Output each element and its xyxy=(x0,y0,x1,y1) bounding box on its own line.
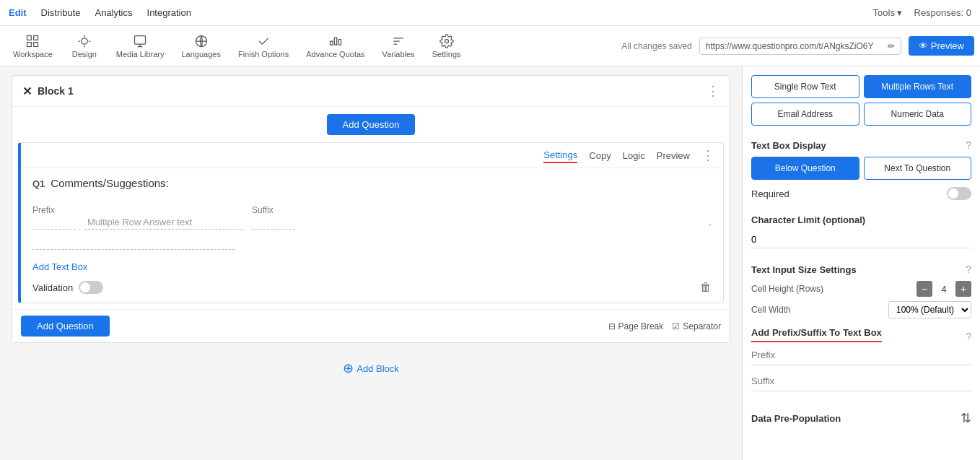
answer-container xyxy=(84,215,243,230)
cell-width-row: Cell Width 100% (Default) xyxy=(751,301,971,318)
add-question-top-bar: Add Question xyxy=(12,107,730,142)
toolbar: Workspace Design Media Library Languages xyxy=(0,26,980,66)
suffix-input[interactable] xyxy=(252,215,295,230)
page-break-icon: ⊟ xyxy=(608,321,616,331)
text-box-display-help[interactable]: ? xyxy=(966,139,971,151)
prefix-panel-input[interactable] xyxy=(751,345,971,365)
add-block-icon: ⊕ xyxy=(343,360,354,376)
add-question-bottom-button[interactable]: Add Question xyxy=(21,316,110,337)
toggle-knob xyxy=(80,282,90,292)
prefix-input[interactable] xyxy=(32,215,76,230)
languages-icon xyxy=(194,34,209,48)
delete-question-icon[interactable]: 🗑 xyxy=(700,281,712,294)
saved-status: All changes saved xyxy=(621,41,691,51)
svg-point-4 xyxy=(82,38,87,43)
cell-height-label: Cell Height (Rows) xyxy=(751,284,823,294)
tools-menu[interactable]: Tools ▾ xyxy=(873,7,903,18)
url-box[interactable]: https://www.questionpro.com/t/ANgksZiO6Y… xyxy=(699,38,901,55)
toolbar-languages[interactable]: Languages xyxy=(174,31,227,61)
toolbar-design[interactable]: Design xyxy=(63,31,106,61)
text-input-size-help[interactable]: ? xyxy=(966,264,971,275)
page-break-label: Page Break xyxy=(618,321,664,331)
toolbar-workspace[interactable]: Workspace xyxy=(6,31,60,61)
cell-width-label: Cell Width xyxy=(751,305,791,315)
data-prepopulation-section: Data Pre-Population ⇅ xyxy=(751,406,971,430)
suffix-panel-input[interactable] xyxy=(751,371,971,391)
answer-input[interactable] xyxy=(84,215,243,230)
content-area: ✕ Block 1 ⋮ Add Question Settings Copy L… xyxy=(0,66,742,460)
block-header-left: ✕ Block 1 xyxy=(22,84,74,98)
toolbar-media-library[interactable]: Media Library xyxy=(109,31,172,61)
media-library-icon xyxy=(133,34,147,48)
required-toggle[interactable] xyxy=(947,187,971,200)
validation-toggle[interactable] xyxy=(79,281,103,294)
toolbar-settings[interactable]: Settings xyxy=(425,31,468,61)
data-prepop-expand-icon[interactable]: ⇅ xyxy=(961,410,971,426)
svg-rect-3 xyxy=(34,42,38,46)
cell-height-increment[interactable]: + xyxy=(955,281,971,297)
text-type-numeric[interactable]: Numeric Data xyxy=(864,103,972,126)
svg-rect-0 xyxy=(27,35,32,40)
block-dots-menu[interactable]: ⋮ xyxy=(706,83,719,99)
question-dots-menu[interactable]: ⋮ xyxy=(701,147,714,163)
nav-edit[interactable]: Edit xyxy=(9,7,27,18)
suffix-container: Suffix xyxy=(252,205,295,230)
cell-height-stepper: − 4 + xyxy=(916,281,971,297)
toolbar-finish-options[interactable]: Finish Options xyxy=(231,31,296,61)
cell-height-decrement[interactable]: − xyxy=(916,281,932,297)
required-row: Required xyxy=(751,187,971,200)
question-tabs: Settings Copy Logic Preview ⋮ xyxy=(21,143,723,168)
tab-preview[interactable]: Preview xyxy=(657,149,690,162)
display-below-question[interactable]: Below Question xyxy=(751,157,859,180)
suffix-label: Suffix xyxy=(252,205,295,215)
page-break-button[interactable]: ⊟ Page Break xyxy=(608,321,664,331)
bottom-bar: Add Question ⊟ Page Break ☑ Separator xyxy=(12,309,730,342)
finish-options-icon xyxy=(256,34,271,48)
separator-icon: ☑ xyxy=(672,321,680,331)
nav-integration[interactable]: Integration xyxy=(147,7,191,18)
data-prepop-title: Data Pre-Population xyxy=(751,413,841,424)
top-nav-right: Tools ▾ Responses: 0 xyxy=(873,7,971,18)
variables-icon xyxy=(391,34,406,48)
text-type-grid: Single Row Text Multiple Rows Text Email… xyxy=(751,75,971,126)
svg-rect-2 xyxy=(27,42,32,46)
languages-label: Languages xyxy=(181,50,220,58)
design-icon xyxy=(77,34,92,48)
prefix-suffix-header: Add Prefix/Suffix To Text Box ? xyxy=(751,327,971,345)
toolbar-advance-quotas[interactable]: Advance Quotas xyxy=(299,31,372,61)
toolbar-variables[interactable]: Variables xyxy=(375,31,422,61)
text-type-single-row[interactable]: Single Row Text xyxy=(751,75,859,98)
block-title: Block 1 xyxy=(38,85,74,97)
nav-distribute[interactable]: Distribute xyxy=(41,7,81,18)
prefix-container: Prefix xyxy=(32,205,76,230)
nav-analytics[interactable]: Analytics xyxy=(95,7,132,18)
collapse-icon[interactable]: ✕ xyxy=(22,84,32,98)
question-container: Settings Copy Logic Preview ⋮ Q1 Comment… xyxy=(18,142,724,303)
separator-button[interactable]: ☑ Separator xyxy=(672,321,721,331)
cell-width-select[interactable]: 100% (Default) xyxy=(888,301,971,318)
tab-copy[interactable]: Copy xyxy=(589,149,611,162)
edit-url-icon[interactable]: ✏ xyxy=(888,41,895,51)
svg-point-7 xyxy=(445,39,448,43)
char-limit-input[interactable] xyxy=(751,231,971,248)
add-question-top-button[interactable]: Add Question xyxy=(327,114,416,135)
text-type-email[interactable]: Email Address xyxy=(751,103,859,126)
add-textbox-link[interactable]: Add Text Box xyxy=(32,261,87,272)
tab-settings[interactable]: Settings xyxy=(543,148,577,163)
required-label: Required xyxy=(751,188,789,199)
second-textbox-input[interactable] xyxy=(32,235,235,250)
url-text: https://www.questionpro.com/t/ANgksZiO6Y xyxy=(706,41,874,51)
text-type-multiple-rows[interactable]: Multiple Rows Text xyxy=(864,75,972,98)
display-options: Below Question Next To Question xyxy=(751,157,971,180)
question-title[interactable]: Comments/Suggestions: xyxy=(51,177,168,189)
separator-label: Separator xyxy=(683,321,721,331)
add-block-button[interactable]: ⊕ Add Block xyxy=(343,360,399,376)
block-header: ✕ Block 1 ⋮ xyxy=(12,76,730,107)
preview-button[interactable]: 👁 Preview xyxy=(909,36,974,56)
tab-logic[interactable]: Logic xyxy=(623,149,645,162)
design-label: Design xyxy=(72,50,97,58)
prefix-suffix-help[interactable]: ? xyxy=(966,331,971,342)
dash-indicator: - xyxy=(709,219,712,230)
display-next-to-question[interactable]: Next To Question xyxy=(864,157,972,180)
required-toggle-knob xyxy=(948,188,958,199)
